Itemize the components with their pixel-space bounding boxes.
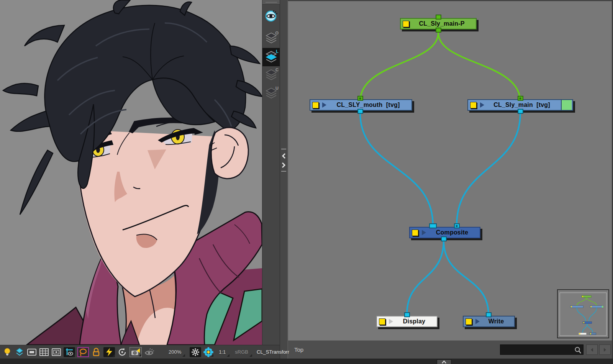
bottom-strip [0, 359, 613, 364]
node-write[interactable]: Write [463, 316, 515, 327]
dropdown-corner [112, 354, 115, 357]
collapse-right-button[interactable] [281, 161, 287, 169]
node-label: CL_SLY_mouth [tvg] [326, 102, 410, 108]
splitter-tick [281, 171, 286, 172]
node-expand-arrow-icon[interactable] [422, 230, 426, 235]
node-port[interactable] [436, 28, 441, 33]
camera-mask-icon[interactable] [27, 347, 37, 357]
dropdown-corner [227, 354, 229, 357]
character-drawing [0, 0, 262, 345]
camera-view[interactable] [0, 0, 262, 345]
auto-render-button[interactable] [103, 347, 115, 357]
safe-area-icon[interactable] [51, 347, 61, 357]
node-label: Display [393, 318, 435, 325]
light-bulb-icon[interactable] [2, 347, 12, 357]
dropdown-corner [139, 354, 141, 356]
node-view-bottom-bar: Top [288, 340, 612, 359]
node-expand-arrow-icon[interactable] [322, 102, 326, 108]
active-item-value: CL_STransforr [257, 349, 289, 355]
underlay-layer-button[interactable]: U [262, 85, 280, 103]
layer-diamond-icon[interactable] [15, 347, 25, 357]
timeline-expander-button[interactable] [437, 359, 451, 364]
cable[interactable] [407, 240, 444, 315]
node-search-box[interactable] [500, 344, 583, 355]
node-label: Composite [426, 229, 478, 236]
cable[interactable] [360, 113, 433, 225]
collapse-left-button[interactable] [281, 152, 287, 160]
lasso-selection-button[interactable] [77, 347, 89, 357]
layer-letter: C [275, 67, 279, 72]
pixel-ratio-dropdown[interactable]: 1:1 [213, 347, 229, 357]
render-gear-button[interactable] [190, 347, 201, 357]
node-thumbnail-toggle[interactable] [312, 102, 319, 108]
node-port[interactable] [357, 109, 363, 114]
zoom-level-dropdown[interactable]: 200% [163, 347, 185, 357]
node-expand-arrow-icon[interactable] [480, 102, 484, 108]
dropdown-corner [182, 354, 185, 357]
node-port[interactable] [404, 312, 410, 317]
cable[interactable] [360, 33, 438, 102]
zoom-level-value: 200% [169, 349, 181, 355]
line-art-layer-button[interactable]: L [262, 48, 280, 66]
node-port[interactable] [441, 236, 447, 241]
graph-path-label: Top [294, 346, 303, 353]
node-label: Write [480, 318, 513, 325]
cable[interactable] [438, 33, 520, 102]
node-label: CL_Sly_main-P [409, 20, 474, 27]
layer-stack-icon [265, 51, 277, 64]
node-expand-arrow-icon[interactable] [475, 319, 480, 324]
overlay-layer-button[interactable]: O [262, 30, 280, 48]
node-thumbnail-toggle[interactable] [465, 318, 472, 325]
active-item-label: CL_STransforr [252, 347, 293, 357]
chevron-right-icon [282, 162, 286, 168]
node-port[interactable] [429, 223, 437, 228]
node-color-badge[interactable] [561, 100, 572, 110]
layer-letter: L [276, 49, 279, 54]
refresh-target-icon[interactable] [117, 347, 127, 357]
node-thumbnail-toggle[interactable] [470, 102, 477, 108]
node-port[interactable] [518, 96, 523, 101]
padlock-icon[interactable] [91, 347, 101, 357]
color-art-layer-button[interactable]: C [262, 66, 280, 85]
alignment-guides-button[interactable] [64, 347, 75, 357]
node-search-input[interactable] [502, 346, 572, 354]
snapshot-camera-button[interactable] [129, 347, 142, 357]
preview-eye-disabled-icon[interactable] [144, 347, 154, 357]
search-icon [574, 346, 581, 354]
cable[interactable] [444, 240, 488, 315]
search-next-button[interactable] [599, 344, 611, 355]
node-port[interactable] [357, 96, 363, 101]
node-view-minimap[interactable] [557, 289, 609, 338]
cable[interactable] [457, 113, 520, 225]
node-view[interactable]: CL_Sly_main-PCL_SLY_mouth [tvg]CL_Sly_ma… [287, 0, 613, 359]
node-display[interactable]: Display [376, 316, 438, 327]
pixel-ratio-value: 1:1 [219, 349, 226, 355]
arrow-right-icon [603, 348, 607, 352]
dropdown-corner [72, 354, 75, 357]
art-layer-toolbar: O L C U [262, 0, 280, 345]
node-port[interactable] [454, 223, 460, 228]
node-thumbnail-toggle[interactable] [379, 318, 385, 325]
grid-icon[interactable] [39, 347, 49, 357]
splitter-tick [281, 149, 286, 149]
color-space-dropdown[interactable]: sRGB [229, 347, 252, 357]
color-space-value: sRGB [235, 349, 248, 355]
layer-letter: O [275, 31, 279, 35]
node-thumbnail-toggle[interactable] [403, 21, 409, 27]
dropdown-corner [249, 354, 252, 357]
node-thumbnail-toggle[interactable] [412, 230, 418, 236]
minimap-graph [558, 290, 608, 338]
chevron-up-icon [442, 361, 446, 364]
node-expand-arrow-icon[interactable] [389, 319, 393, 324]
toolbar-handle[interactable] [262, 0, 280, 5]
harmony-window: O L C U [0, 0, 613, 364]
node-port[interactable] [436, 15, 441, 20]
render-flower-button[interactable] [203, 347, 213, 357]
search-prev-button[interactable] [586, 344, 598, 355]
node-port[interactable] [486, 312, 492, 317]
node-port[interactable] [518, 109, 523, 114]
dropdown-corner [211, 354, 213, 357]
chevron-left-icon [282, 153, 286, 159]
pane-splitter[interactable] [280, 0, 288, 359]
preview-all-layers-button[interactable] [262, 7, 280, 25]
